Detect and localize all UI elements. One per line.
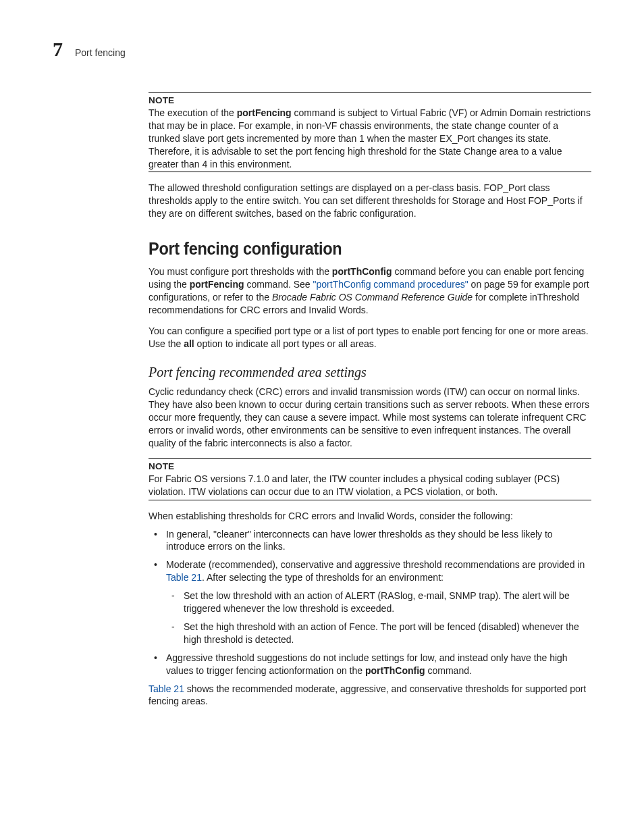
- note-block-2: NOTE For Fabric OS versions 7.1.0 and la…: [149, 458, 591, 500]
- paragraph: You can configure a specified port type …: [149, 325, 591, 350]
- text: Set the low threshold with an action of …: [184, 590, 570, 614]
- text: Set the high threshold with an action of…: [184, 621, 579, 645]
- note-block-1: NOTE The execution of the portFencing co…: [149, 92, 591, 172]
- list-item: Set the high threshold with an action of…: [184, 621, 591, 646]
- heading-recommended-area-settings: Port fencing recommended area settings: [149, 365, 591, 380]
- list-item: Aggressive threshold suggestions do not …: [166, 652, 591, 677]
- list-item: In general, "cleaner" interconnects can …: [166, 528, 591, 554]
- body-content: NOTE The execution of the portFencing co…: [149, 92, 591, 708]
- paragraph: You must configure port thresholds with …: [149, 265, 591, 317]
- chapter-number: 7: [53, 38, 63, 61]
- rule: [149, 172, 591, 172]
- paragraph: The allowed threshold configuration sett…: [149, 182, 591, 220]
- text: command.: [425, 665, 472, 676]
- command-name: portFencing: [237, 107, 292, 118]
- text: In general, "cleaner" interconnects can …: [166, 529, 553, 552]
- list-item: Moderate (recommended), conservative and…: [166, 558, 591, 646]
- paragraph: When establishing thresholds for CRC err…: [149, 510, 591, 523]
- link-portthconfig-procedures[interactable]: "portThConfig command procedures": [313, 279, 468, 290]
- link-table-21[interactable]: Table 21: [166, 572, 202, 583]
- note-label: NOTE: [149, 461, 591, 471]
- note-text: For Fabric OS versions 7.1.0 and later, …: [149, 473, 591, 498]
- note-text: The execution of the portFencing command…: [149, 107, 591, 170]
- paragraph: Cyclic redundancy check (CRC) errors and…: [149, 386, 591, 449]
- text: shows the recommended moderate, aggressi…: [149, 683, 586, 707]
- command-name: portThConfig: [365, 665, 425, 676]
- text: Moderate (recommended), conservative and…: [166, 559, 585, 570]
- option-name: all: [184, 338, 194, 349]
- text: command. See: [244, 279, 313, 290]
- text: The execution of the: [149, 107, 237, 118]
- running-header: 7 Port fencing: [53, 38, 591, 61]
- rule: [149, 458, 591, 459]
- chapter-title: Port fencing: [75, 47, 126, 58]
- heading-port-fencing-configuration: Port fencing configuration: [149, 239, 565, 259]
- page: 7 Port fencing NOTE The execution of the…: [0, 0, 644, 756]
- reference-title: Brocade Fabric OS Command Reference Guid…: [272, 292, 473, 303]
- rule: [149, 500, 591, 500]
- note-label: NOTE: [149, 95, 591, 105]
- text: You must configure port thresholds with …: [149, 266, 332, 277]
- text: . After selecting the type of thresholds…: [202, 572, 444, 583]
- dash-list: Set the low threshold with an action of …: [166, 590, 591, 646]
- paragraph: Table 21 shows the recommended moderate,…: [149, 683, 591, 708]
- link-table-21[interactable]: Table 21: [149, 683, 184, 694]
- command-name: portFencing: [190, 279, 244, 290]
- text: option to indicate all port types or all…: [194, 338, 377, 349]
- command-name: portThConfig: [332, 266, 392, 277]
- bullet-list: In general, "cleaner" interconnects can …: [149, 528, 591, 677]
- list-item: Set the low threshold with an action of …: [184, 590, 591, 615]
- rule: [149, 92, 591, 93]
